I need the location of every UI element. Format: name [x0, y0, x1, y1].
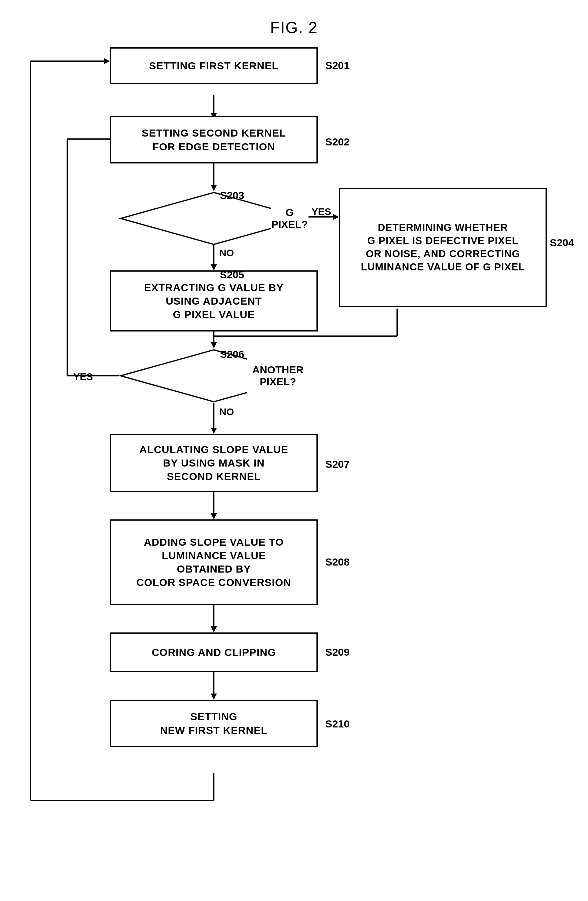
svg-marker-5 [211, 264, 217, 270]
label-s208: S208 [325, 556, 350, 568]
label-s204: S204 [550, 237, 574, 249]
svg-marker-30 [121, 192, 271, 245]
no-label-s203: NO [219, 248, 234, 259]
yes-label-s203: YES [311, 206, 331, 218]
box-s205: EXTRACTING G VALUE BY USING ADJACENT G P… [110, 270, 318, 332]
svg-marker-20 [211, 513, 217, 519]
label-s206: S206 [220, 348, 244, 360]
svg-marker-29 [104, 58, 110, 64]
diamond-shape-s203 [119, 191, 271, 246]
diagram-container: FIG. 2 [0, 0, 588, 901]
box-s204: DETERMINING WHETHER G PIXEL IS DEFECTIVE… [339, 188, 547, 307]
no-label-s206: NO [219, 406, 234, 418]
svg-marker-14 [211, 428, 217, 434]
box-s208: ADDING SLOPE VALUE TO LUMINANCE VALUE OB… [110, 519, 318, 605]
label-s210: S210 [325, 718, 350, 730]
diamond-s203: G PIXEL? [119, 191, 308, 246]
label-s203: S203 [220, 189, 244, 201]
box-s201: SETTING FIRST KERNEL [110, 47, 318, 84]
box-s210: SETTING NEW FIRST KERNEL [110, 700, 318, 747]
box-s207: ALCULATING SLOPE VALUE BY USING MASK IN … [110, 434, 318, 492]
fig-title: FIG. 2 [270, 18, 318, 37]
box-s209: CORING AND CLIPPING [110, 633, 318, 672]
svg-marker-12 [211, 342, 217, 348]
yes-label-s206: YES [73, 371, 93, 382]
diamond-s206: ANOTHER PIXEL? [119, 348, 308, 403]
svg-marker-7 [333, 214, 339, 220]
svg-marker-3 [211, 185, 217, 191]
label-s205: S205 [220, 269, 244, 281]
label-s202: S202 [325, 136, 350, 148]
svg-marker-22 [211, 626, 217, 633]
label-s209: S209 [325, 646, 350, 658]
label-s207: S207 [325, 458, 350, 470]
label-s201: S201 [325, 59, 350, 72]
svg-marker-24 [211, 694, 217, 700]
box-s202: SETTING SECOND KERNEL FOR EDGE DETECTION [110, 116, 318, 164]
